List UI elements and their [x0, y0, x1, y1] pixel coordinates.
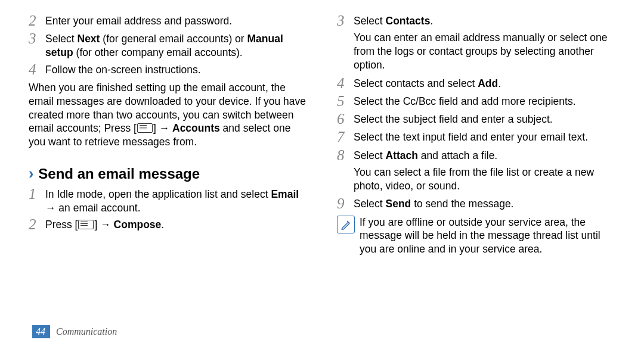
bold: Email	[271, 188, 299, 200]
heading-text: Send an email message	[38, 164, 200, 183]
bold: Add	[478, 77, 498, 89]
step-sub: You can enter an email address manually …	[354, 31, 615, 71]
step-4: 4 Follow the on-screen instructions.	[29, 62, 307, 77]
step-text: Select Contacts.	[354, 13, 615, 28]
bold: Send	[386, 198, 411, 210]
chevron-icon: ›	[29, 166, 33, 181]
step-number: 2	[29, 13, 45, 29]
send-step-2: 2 Press [] → Compose.	[29, 217, 307, 232]
send-step-5: 5 Select the Cc/Bcc field and add more r…	[337, 94, 615, 109]
step-number: 4	[337, 76, 354, 91]
text: to send the message.	[411, 198, 513, 210]
step-number: 9	[337, 196, 354, 211]
step-text: Follow the on-screen instructions.	[45, 62, 307, 77]
bold: Attach	[386, 149, 418, 161]
text: (for general email accounts) or	[100, 33, 247, 45]
text: Select	[354, 15, 386, 27]
send-step-9: 9 Select Send to send the message.	[337, 196, 615, 211]
step-3: 3 Select Next (for general email account…	[29, 31, 307, 60]
step-sub: You can select a file from the file list…	[354, 166, 615, 193]
text: .	[430, 15, 433, 27]
step-text: Select Send to send the message.	[354, 196, 615, 211]
note-text: If you are offline or outside your servi…	[360, 216, 615, 256]
step-text: In Idle mode, open the application list …	[45, 186, 307, 215]
step-number: 2	[29, 217, 45, 232]
step-text: Select the Cc/Bcc field and add more rec…	[354, 94, 615, 108]
section-heading: › Send an email message	[29, 164, 307, 183]
send-step-7: 7 Select the text input field and enter …	[337, 129, 615, 145]
text: In Idle mode, open the application list …	[45, 188, 271, 200]
step-number: 5	[337, 94, 354, 109]
bold: Contacts	[386, 15, 431, 27]
text: ] →	[153, 122, 172, 134]
menu-icon	[137, 123, 153, 133]
step-number: 7	[337, 129, 354, 145]
step-text: Select the text input field and enter yo…	[354, 129, 615, 144]
send-step-6: 6 Select the subject field and enter a s…	[337, 111, 615, 127]
step-number: 8	[337, 148, 354, 163]
send-step-8: 8 Select Attach and attach a file.	[337, 148, 615, 163]
step-text: Press [] → Compose.	[45, 217, 307, 232]
send-step-1: 1 In Idle mode, open the application lis…	[29, 186, 307, 215]
note-icon-wrap	[337, 216, 356, 233]
menu-icon	[78, 220, 94, 229]
text: Select	[354, 149, 386, 161]
text: (for other company email accounts).	[73, 46, 243, 58]
step-text: Enter your email address and password.	[45, 13, 307, 28]
footer: 44 Communication	[32, 325, 117, 338]
section-name: Communication	[56, 326, 117, 337]
note-block: If you are offline or outside your servi…	[337, 216, 615, 256]
text: .	[498, 77, 501, 89]
step-text: Select the subject field and enter a sub…	[354, 111, 615, 126]
text: Select	[45, 33, 78, 45]
text: .	[161, 219, 164, 230]
note-icon	[337, 216, 355, 233]
step-text: Select contacts and select Add.	[354, 76, 615, 91]
step-2: 2 Enter your email address and password.	[29, 13, 307, 29]
bold: Compose	[114, 219, 162, 230]
text: ] →	[94, 219, 113, 230]
text: Press [	[45, 219, 78, 230]
send-step-4: 4 Select contacts and select Add.	[337, 76, 615, 91]
page-number: 44	[32, 325, 50, 338]
send-step-3: 3 Select Contacts.	[337, 13, 615, 29]
text: Select contacts and select	[354, 77, 478, 89]
text: and attach a file.	[418, 149, 497, 161]
bold: Next	[78, 33, 100, 45]
text: → an email account.	[45, 202, 141, 214]
step-number: 3	[337, 13, 354, 29]
step-number: 1	[29, 186, 45, 202]
step-number: 4	[29, 62, 45, 77]
step-text: Select Attach and attach a file.	[354, 148, 615, 163]
text: Select	[354, 198, 386, 210]
step-number: 3	[29, 31, 45, 46]
left-column: 2 Enter your email address and password.…	[29, 12, 307, 256]
manual-page: 2 Enter your email address and password.…	[0, 0, 644, 256]
step-number: 6	[337, 111, 354, 127]
step-text: Select Next (for general email accounts)…	[45, 31, 307, 60]
bold: Accounts	[172, 122, 220, 134]
paragraph: When you are finished setting up the ema…	[29, 81, 307, 149]
right-column: 3 Select Contacts. You can enter an emai…	[337, 12, 615, 256]
